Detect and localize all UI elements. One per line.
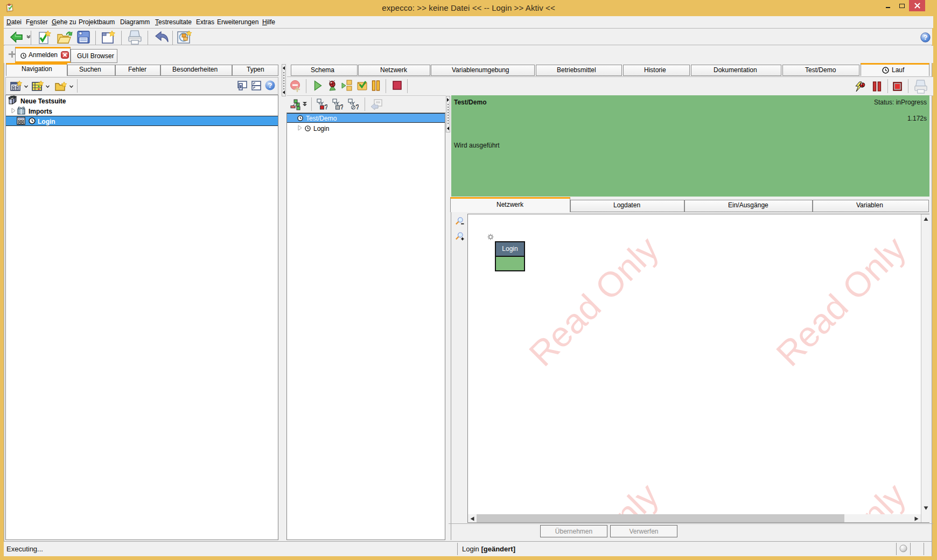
svg-text:?: ? <box>340 103 343 110</box>
svg-text:?: ? <box>924 33 928 41</box>
svg-text:?: ? <box>324 103 327 110</box>
svg-text:?: ? <box>355 103 359 110</box>
svg-text:?: ? <box>268 81 272 89</box>
